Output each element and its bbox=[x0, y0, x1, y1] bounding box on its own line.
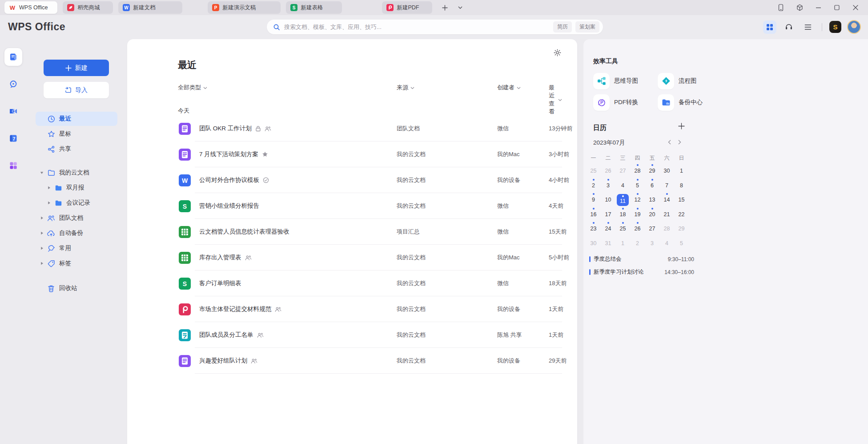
tab-2[interactable]: 稻壳商城 bbox=[63, 1, 113, 14]
calendar-day[interactable]: 30 bbox=[586, 236, 601, 251]
sidebar-item-星标[interactable]: 星标 bbox=[36, 127, 117, 141]
calendar-day[interactable]: 24 bbox=[601, 222, 615, 236]
add-tab-button[interactable] bbox=[438, 2, 451, 13]
calendar-day[interactable]: 8 bbox=[674, 178, 689, 193]
calendar-prev-icon[interactable] bbox=[668, 140, 671, 145]
filter-最近查看[interactable]: 最近查看 bbox=[549, 84, 562, 116]
caret-right-icon[interactable] bbox=[45, 186, 52, 190]
calendar-day[interactable]: 1 bbox=[674, 164, 689, 178]
vip-badge[interactable]: S bbox=[829, 21, 841, 33]
sidebar-item-回收站[interactable]: 回收站 bbox=[36, 281, 117, 295]
calendar-day[interactable]: 27 bbox=[645, 222, 659, 236]
calendar-day[interactable]: 30 bbox=[659, 164, 674, 178]
table-row[interactable]: S营销小组业绩分析报告我的云文档微信4天前– bbox=[127, 193, 577, 219]
tab-1[interactable]: WWPS Office bbox=[4, 1, 57, 14]
sidebar-item-团队文档[interactable]: 团队文档 bbox=[36, 211, 117, 225]
table-row[interactable]: 团队 OKR 工作计划团队文档微信13分钟前– bbox=[127, 116, 577, 141]
table-row[interactable]: 库存出入管理表我的云文档我的Mac5小时前– bbox=[127, 245, 577, 270]
calendar-day[interactable]: 13 bbox=[645, 193, 659, 207]
workspace-box-icon[interactable] bbox=[793, 2, 806, 13]
table-row[interactable]: 7 月线下活动策划方案我的云文档我的Mac3小时前514 KB bbox=[127, 141, 577, 167]
caret-right-icon[interactable] bbox=[38, 216, 45, 220]
tool-PDF转换[interactable]: PPDF转换 bbox=[593, 92, 658, 113]
global-search[interactable]: 搜索文档、模板、文库、应用、技巧... 简历 策划案 bbox=[267, 20, 603, 34]
table-row[interactable]: W公司对外合作协议模板我的云文档我的设备4小时前– bbox=[127, 167, 577, 193]
calendar-day[interactable]: 29 bbox=[674, 222, 689, 236]
table-row[interactable]: 兴趣爱好组队计划我的云文档我的设备29天前– bbox=[127, 348, 577, 374]
settings-gear-icon[interactable] bbox=[554, 49, 561, 57]
sidebar-item-最近[interactable]: 最近 bbox=[36, 112, 117, 126]
calendar-day[interactable]: 16 bbox=[586, 207, 601, 222]
calendar-day[interactable]: 15 bbox=[674, 193, 689, 207]
calendar-day[interactable]: 12 bbox=[630, 193, 645, 207]
calendar-day[interactable]: 25 bbox=[615, 222, 630, 236]
caret-right-icon[interactable] bbox=[45, 201, 52, 205]
calendar-day-selected[interactable]: 11 bbox=[615, 193, 630, 207]
sidebar-item-共享[interactable]: 共享 bbox=[36, 142, 117, 156]
calendar-day[interactable]: 2 bbox=[630, 236, 645, 251]
table-row[interactable]: 市场主体登记提交材料规范我的云文档我的设备1天前– bbox=[127, 296, 577, 322]
rail-item-documents[interactable] bbox=[4, 48, 22, 66]
calendar-day[interactable]: 21 bbox=[659, 207, 674, 222]
rail-item-messages[interactable] bbox=[4, 75, 22, 93]
calendar-day[interactable]: 22 bbox=[674, 207, 689, 222]
calendar-day[interactable]: 26 bbox=[630, 222, 645, 236]
calendar-day[interactable]: 19 bbox=[630, 207, 645, 222]
calendar-next-icon[interactable] bbox=[678, 140, 681, 145]
tool-备份中心[interactable]: 备份中心 bbox=[658, 92, 722, 113]
filter-全部类型[interactable]: 全部类型 bbox=[178, 84, 207, 92]
calendar-day[interactable]: 28 bbox=[630, 164, 645, 178]
table-row[interactable]: S客户订单明细表我的云文档微信18天前– bbox=[127, 270, 577, 296]
calendar-day[interactable]: 5 bbox=[674, 236, 689, 251]
calendar-day[interactable]: 28 bbox=[659, 222, 674, 236]
headset-icon[interactable] bbox=[782, 20, 796, 34]
minimize-icon[interactable] bbox=[812, 2, 824, 13]
filter-来源[interactable]: 来源 bbox=[397, 84, 414, 92]
calendar-day[interactable]: 26 bbox=[601, 164, 615, 178]
calendar-day[interactable]: 3 bbox=[601, 178, 615, 193]
tool-思维导图[interactable]: 思维导图 bbox=[593, 70, 658, 92]
tab-5[interactable]: S新建表格 bbox=[286, 1, 342, 14]
menu-icon[interactable] bbox=[801, 20, 815, 34]
caret-right-icon[interactable] bbox=[38, 262, 45, 265]
caret-right-icon[interactable] bbox=[38, 231, 45, 235]
maximize-icon[interactable] bbox=[831, 2, 843, 13]
calendar-day[interactable]: 3 bbox=[645, 236, 659, 251]
sidebar-item-双月报[interactable]: 双月报 bbox=[36, 181, 117, 195]
new-document-button[interactable]: 新建 bbox=[44, 60, 109, 76]
calendar-day[interactable]: 17 bbox=[601, 207, 615, 222]
filter-创建者[interactable]: 创建者 bbox=[497, 84, 521, 92]
table-row[interactable]: 团队成员及分工名单我的云文档陈旭 共享1天前– bbox=[127, 322, 577, 348]
calendar-day[interactable]: 20 bbox=[645, 207, 659, 222]
calendar-day[interactable]: 25 bbox=[586, 164, 601, 178]
sidebar-item-会议记录[interactable]: 会议记录 bbox=[36, 196, 117, 210]
calendar-day[interactable]: 14 bbox=[659, 193, 674, 207]
sidebar-item-我的云文档[interactable]: 我的云文档 bbox=[36, 165, 117, 180]
calendar-day[interactable]: 31 bbox=[601, 236, 615, 251]
calendar-day[interactable]: 29 bbox=[645, 164, 659, 178]
tab-3[interactable]: W新建文档 bbox=[118, 1, 182, 14]
search-tag-resume[interactable]: 简历 bbox=[553, 21, 572, 32]
sidebar-item-自动备份[interactable]: 自动备份 bbox=[36, 226, 117, 240]
close-icon[interactable] bbox=[849, 2, 862, 13]
calendar-day[interactable]: 9 bbox=[586, 193, 601, 207]
calendar-day[interactable]: 4 bbox=[615, 178, 630, 193]
mobile-icon[interactable] bbox=[775, 2, 787, 13]
calendar-event[interactable]: 季度总结会9:30–11:00 bbox=[589, 253, 694, 266]
calendar-day[interactable]: 6 bbox=[645, 178, 659, 193]
import-button[interactable]: 导入 bbox=[44, 82, 109, 98]
sidebar-item-常用[interactable]: 常用 bbox=[36, 241, 117, 255]
rail-item-apps[interactable] bbox=[4, 157, 22, 174]
rail-item-meetings[interactable] bbox=[4, 102, 22, 120]
calendar-day[interactable]: 4 bbox=[659, 236, 674, 251]
calendar-day[interactable]: 18 bbox=[615, 207, 630, 222]
calendar-day[interactable]: 23 bbox=[586, 222, 601, 236]
calendar-day[interactable]: 27 bbox=[615, 164, 630, 178]
caret-right-icon[interactable] bbox=[38, 246, 45, 250]
calendar-event[interactable]: 新季度学习计划讨论14:30–16:00 bbox=[589, 266, 694, 279]
sidebar-item-标签[interactable]: 标签 bbox=[36, 256, 117, 270]
table-row[interactable]: 云文档管人员信息统计表理器验收项目汇总微信15天前– bbox=[127, 219, 577, 245]
rail-item-calendar[interactable]: 7 bbox=[4, 129, 22, 147]
tab-6[interactable]: 新建PDF bbox=[382, 1, 432, 14]
calendar-day[interactable]: 7 bbox=[659, 178, 674, 193]
